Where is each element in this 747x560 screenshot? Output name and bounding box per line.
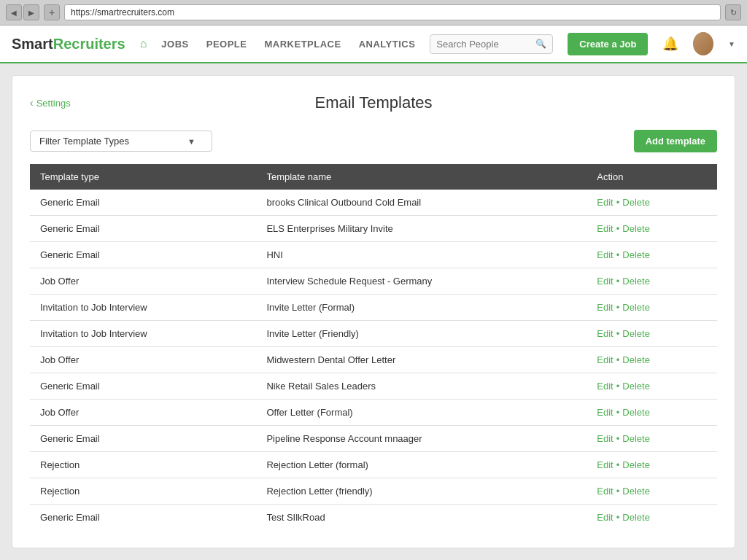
edit-link[interactable]: Edit <box>597 381 613 392</box>
delete-link[interactable]: Delete <box>622 486 650 497</box>
nav-marketplace[interactable]: MARKETPLACE <box>264 39 341 50</box>
cell-action: Edit•Delete <box>587 400 717 426</box>
add-template-button[interactable]: Add template <box>634 130 717 152</box>
cell-template-name: Test SIlkRoad <box>256 505 587 531</box>
cell-template-type: Generic Email <box>30 242 256 268</box>
col-header-action: Action <box>587 164 717 190</box>
action-cell: Edit•Delete <box>597 249 707 260</box>
cell-action: Edit•Delete <box>587 295 717 321</box>
search-icon: 🔍 <box>535 39 546 49</box>
edit-link[interactable]: Edit <box>597 433 613 444</box>
cell-template-name: Midwestern Dental Offer Letter <box>256 347 587 373</box>
edit-link[interactable]: Edit <box>597 197 613 208</box>
action-separator: • <box>616 302 620 313</box>
edit-link[interactable]: Edit <box>597 407 613 418</box>
back-button[interactable]: ◀ <box>6 4 22 20</box>
forward-button[interactable]: ▶ <box>23 4 39 20</box>
col-header-template-name: Template name <box>256 164 587 190</box>
new-tab-button[interactable]: + <box>44 4 60 20</box>
cell-template-name: Nike Retail Sales Leaders <box>256 373 587 400</box>
cell-template-type: Generic Email <box>30 426 256 452</box>
page-header: ‹ Settings Email Templates <box>30 93 717 112</box>
table-row: Invitation to Job InterviewInvite Letter… <box>30 321 717 347</box>
table-row: Job OfferOffer Letter (Formal)Edit•Delet… <box>30 400 717 426</box>
edit-link[interactable]: Edit <box>597 354 613 365</box>
delete-link[interactable]: Delete <box>622 354 650 365</box>
refresh-button[interactable]: ↻ <box>725 4 741 20</box>
nav-jobs[interactable]: JOBS <box>161 39 188 50</box>
cell-action: Edit•Delete <box>587 373 717 400</box>
delete-link[interactable]: Delete <box>622 381 650 392</box>
logo-green: Recruiters <box>53 36 125 52</box>
back-chevron-icon: ‹ <box>30 97 34 109</box>
page-title: Email Templates <box>315 93 433 112</box>
cell-template-type: Generic Email <box>30 190 256 216</box>
cell-template-name: Interview Schedule Request - Germany <box>256 268 587 295</box>
cell-template-type: Rejection <box>30 452 256 478</box>
avatar-dropdown-arrow[interactable]: ▼ <box>728 40 735 48</box>
delete-link[interactable]: Delete <box>622 302 650 313</box>
edit-link[interactable]: Edit <box>597 486 613 497</box>
bell-icon[interactable]: 🔔 <box>662 36 678 52</box>
table-row: RejectionRejection Letter (formal)Edit•D… <box>30 452 717 478</box>
create-job-button[interactable]: Create a Job <box>568 33 648 55</box>
delete-link[interactable]: Delete <box>622 459 650 470</box>
delete-link[interactable]: Delete <box>622 407 650 418</box>
edit-link[interactable]: Edit <box>597 302 613 313</box>
table-row: Generic EmailHNIEdit•Delete <box>30 242 717 268</box>
delete-link[interactable]: Delete <box>622 433 650 444</box>
delete-link[interactable]: Delete <box>622 223 650 234</box>
cell-template-type: Job Offer <box>30 347 256 373</box>
nav-analytics[interactable]: ANALYTICS <box>359 39 416 50</box>
avatar-image <box>693 32 713 55</box>
search-input[interactable] <box>436 39 531 50</box>
home-icon[interactable]: ⌂ <box>140 37 147 50</box>
action-separator: • <box>616 223 620 234</box>
delete-link[interactable]: Delete <box>622 197 650 208</box>
action-separator: • <box>616 407 620 418</box>
action-separator: • <box>616 381 620 392</box>
action-cell: Edit•Delete <box>597 486 707 497</box>
action-separator: • <box>616 197 620 208</box>
cell-template-name: Invite Letter (Formal) <box>256 295 587 321</box>
nav-people[interactable]: PEOPLE <box>206 39 247 50</box>
cell-template-type: Generic Email <box>30 505 256 531</box>
filter-select-text: Filter Template Types <box>39 136 129 147</box>
cell-template-type: Generic Email <box>30 373 256 400</box>
edit-link[interactable]: Edit <box>597 223 613 234</box>
cell-action: Edit•Delete <box>587 452 717 478</box>
edit-link[interactable]: Edit <box>597 459 613 470</box>
action-cell: Edit•Delete <box>597 433 707 444</box>
action-cell: Edit•Delete <box>597 223 707 234</box>
top-navigation: SmartRecruiters ⌂ JOBS PEOPLE MARKETPLAC… <box>0 26 747 63</box>
filter-template-types-dropdown[interactable]: Filter Template Types ▼ <box>30 131 212 152</box>
cell-template-type: Invitation to Job Interview <box>30 321 256 347</box>
delete-link[interactable]: Delete <box>622 512 650 523</box>
edit-link[interactable]: Edit <box>597 512 613 523</box>
edit-link[interactable]: Edit <box>597 249 613 260</box>
action-cell: Edit•Delete <box>597 328 707 339</box>
address-bar[interactable]: https://smartrecruiters.com <box>64 4 721 20</box>
delete-link[interactable]: Delete <box>622 249 650 260</box>
cell-template-type: Invitation to Job Interview <box>30 295 256 321</box>
delete-link[interactable]: Delete <box>622 276 650 287</box>
cell-template-type: Rejection <box>30 478 256 505</box>
back-to-settings-link[interactable]: ‹ Settings <box>30 97 71 109</box>
table-row: Generic EmailTest SIlkRoadEdit•Delete <box>30 505 717 531</box>
table-row: Generic EmailELS Enterprises Military In… <box>30 216 717 242</box>
cell-template-name: HNI <box>256 242 587 268</box>
browser-nav-buttons: ◀ ▶ <box>6 4 39 20</box>
delete-link[interactable]: Delete <box>622 328 650 339</box>
table-row: Generic EmailPipeline Response Account m… <box>30 426 717 452</box>
avatar[interactable] <box>693 32 713 55</box>
back-link-label: Settings <box>36 98 71 109</box>
search-box[interactable]: 🔍 <box>430 34 553 54</box>
cell-template-type: Job Offer <box>30 268 256 295</box>
cell-template-name: brooks Clinical Outbound Cold Email <box>256 190 587 216</box>
browser-chrome: ◀ ▶ + https://smartrecruiters.com ↻ <box>0 0 747 26</box>
edit-link[interactable]: Edit <box>597 328 613 339</box>
table-row: RejectionRejection Letter (friendly)Edit… <box>30 478 717 505</box>
table-row: Job OfferInterview Schedule Request - Ge… <box>30 268 717 295</box>
cell-template-name: Rejection Letter (formal) <box>256 452 587 478</box>
edit-link[interactable]: Edit <box>597 276 613 287</box>
